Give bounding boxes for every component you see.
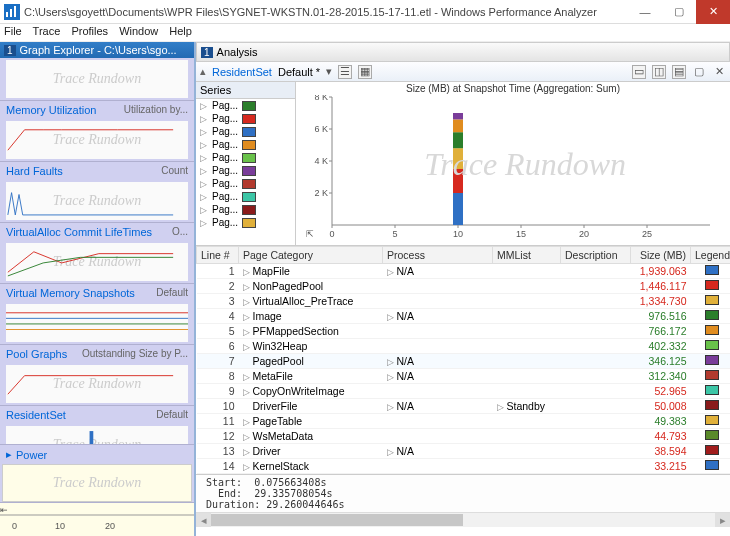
app-icon <box>4 4 20 20</box>
svg-text:0: 0 <box>12 521 17 531</box>
series-legend-column: Series ▷Pag...▷Pag...▷Pag...▷Pag...▷Pag.… <box>196 82 296 245</box>
svg-rect-1 <box>6 12 8 17</box>
table-row[interactable]: 9▷CopyOnWriteImage52.965 <box>197 384 731 399</box>
analysis-area: 1 Analysis ▴ ResidentSet Default * ▾ ☰ ▦… <box>196 42 730 536</box>
tab-title: Analysis <box>217 46 258 58</box>
data-table[interactable]: Line #Page CategoryProcessMMListDescript… <box>196 246 730 474</box>
series-item[interactable]: ▷Pag... <box>196 112 295 125</box>
table-row[interactable]: 8▷MetaFile▷N/A312.340 <box>197 369 731 384</box>
maximize-pane-icon[interactable]: ▢ <box>692 65 706 79</box>
svg-rect-41 <box>453 113 463 119</box>
svg-text:⇱: ⇱ <box>306 229 314 239</box>
scroll-right-icon[interactable]: ▸ <box>715 513 730 527</box>
menu-trace[interactable]: Trace <box>33 25 61 37</box>
series-item[interactable]: ▷Pag... <box>196 125 295 138</box>
view-chart-icon[interactable]: ▭ <box>632 65 646 79</box>
panel-number: 1 <box>4 45 16 56</box>
series-header[interactable]: Series <box>196 82 295 99</box>
timeline-ruler[interactable]: 0 10 20 ⇤ <box>0 502 194 536</box>
table-row[interactable]: 13▷Driver▷N/A38.594 <box>197 444 731 459</box>
table-row[interactable]: 5▷PFMappedSection766.172 <box>197 324 731 339</box>
table-row[interactable]: 1▷MapFile▷N/A1,939.063 <box>197 264 731 279</box>
panel-header[interactable]: Hard FaultsCount <box>0 162 194 180</box>
view-table-icon[interactable]: ▤ <box>672 65 686 79</box>
graph-thumbnail[interactable]: Trace Rundown <box>6 243 188 281</box>
table-row[interactable]: 10DriverFile▷N/A▷Standby50.008 <box>197 399 731 414</box>
column-header[interactable]: Description <box>561 247 631 264</box>
graph-thumbnail[interactable]: Trace Rundown <box>6 121 188 159</box>
horizontal-scrollbar[interactable]: ◂ ▸ <box>196 512 730 527</box>
series-item[interactable]: ▷Pag... <box>196 99 295 112</box>
toolbar-icon[interactable]: ▦ <box>358 65 372 79</box>
close-pane-icon[interactable]: ✕ <box>712 65 726 79</box>
panel-title: Graph Explorer - C:\Users\sgo... <box>20 44 177 56</box>
graph-thumbnail[interactable]: Trace Rundown <box>6 182 188 220</box>
column-header[interactable]: Line # <box>197 247 239 264</box>
analysis-tab-header[interactable]: 1 Analysis <box>196 42 730 62</box>
menu-window[interactable]: Window <box>119 25 158 37</box>
column-header[interactable]: Legend <box>691 247 731 264</box>
table-row[interactable]: 12▷WsMetaData44.793 <box>197 429 731 444</box>
series-item[interactable]: ▷Pag... <box>196 164 295 177</box>
panel-header[interactable]: Pool GraphsOutstanding Size by P... <box>0 345 194 363</box>
series-item[interactable]: ▷Pag... <box>196 138 295 151</box>
tab-number: 1 <box>201 47 213 58</box>
minimize-button[interactable]: — <box>628 0 662 24</box>
chart-area: Series ▷Pag...▷Pag...▷Pag...▷Pag...▷Pag.… <box>196 82 730 246</box>
expand-icon: ▸ <box>6 448 12 461</box>
power-thumbnail[interactable]: Trace Rundown <box>2 464 192 502</box>
svg-text:25: 25 <box>642 229 652 239</box>
table-row[interactable]: 6▷Win32Heap402.332 <box>197 339 731 354</box>
close-button[interactable]: ✕ <box>696 0 730 24</box>
panel-header[interactable]: Virtual Memory SnapshotsDefault <box>0 284 194 302</box>
column-header[interactable]: Page Category <box>239 247 383 264</box>
svg-text:20: 20 <box>105 521 115 531</box>
end-label: End: <box>218 488 242 499</box>
column-header[interactable]: Process <box>383 247 493 264</box>
panel-header[interactable]: VirtualAlloc Commit LifeTimesO... <box>0 223 194 241</box>
panel-header[interactable]: ResidentSetDefault <box>0 406 194 424</box>
table-row[interactable]: 14▷KernelStack33.215 <box>197 459 731 474</box>
dropdown-icon[interactable]: ▾ <box>326 65 332 78</box>
collapse-icon[interactable]: ▴ <box>200 65 206 78</box>
data-table-area: Line #Page CategoryProcessMMListDescript… <box>196 246 730 536</box>
graph-thumbnail[interactable] <box>6 304 188 342</box>
chart-title: Size (MB) at Snapshot Time (Aggregation:… <box>296 82 730 95</box>
table-row[interactable]: 11▷PageTable49.383 <box>197 414 731 429</box>
menu-help[interactable]: Help <box>169 25 192 37</box>
graph-thumbnail[interactable]: Trace Rundown <box>6 365 188 403</box>
series-item[interactable]: ▷Pag... <box>196 177 295 190</box>
scroll-thumb[interactable] <box>211 514 463 526</box>
table-row[interactable]: 2▷NonPagedPool1,446.117 <box>197 279 731 294</box>
maximize-button[interactable]: ▢ <box>662 0 696 24</box>
series-item[interactable]: ▷Pag... <box>196 190 295 203</box>
menu-profiles[interactable]: Profiles <box>71 25 108 37</box>
window-titlebar: C:\Users\sgoyett\Documents\WPR Files\SYG… <box>0 0 730 24</box>
series-item[interactable]: ▷Pag... <box>196 151 295 164</box>
column-header[interactable]: MMList <box>493 247 561 264</box>
svg-text:4 K: 4 K <box>314 156 328 166</box>
series-item[interactable]: ▷Pag... <box>196 203 295 216</box>
panel-header[interactable]: Memory UtilizationUtilization by... <box>0 101 194 119</box>
series-item[interactable]: ▷Pag... <box>196 216 295 229</box>
svg-rect-38 <box>453 148 463 169</box>
chart-canvas[interactable]: Size (MB) at Snapshot Time (Aggregation:… <box>296 82 730 245</box>
power-section[interactable]: ▸ Power <box>0 444 194 464</box>
graph-thumbnail[interactable]: Trace Rundown <box>6 426 188 444</box>
graph-explorer-header[interactable]: 1 Graph Explorer - C:\Users\sgo... <box>0 42 194 58</box>
menu-file[interactable]: File <box>4 25 22 37</box>
preset-name[interactable]: Default * <box>278 66 320 78</box>
column-header[interactable]: Size (MB) <box>631 247 691 264</box>
view-split-icon[interactable]: ◫ <box>652 65 666 79</box>
power-label: Power <box>16 449 47 461</box>
selection-footer: Start: 0.075663408s End: 29.335708054s D… <box>196 474 730 512</box>
toolbar-icon[interactable]: ☰ <box>338 65 352 79</box>
table-row[interactable]: 4▷Image▷N/A976.516 <box>197 309 731 324</box>
graph-name[interactable]: ResidentSet <box>212 66 272 78</box>
table-row[interactable]: 7PagedPool▷N/A346.125 <box>197 354 731 369</box>
table-row[interactable]: 3▷VirtualAlloc_PreTrace1,334.730 <box>197 294 731 309</box>
graph-thumbnail[interactable]: Trace Rundown <box>6 60 188 98</box>
ruler-svg: 0 10 20 ⇤ <box>0 503 194 536</box>
svg-rect-36 <box>453 193 463 225</box>
scroll-left-icon[interactable]: ◂ <box>196 513 211 527</box>
